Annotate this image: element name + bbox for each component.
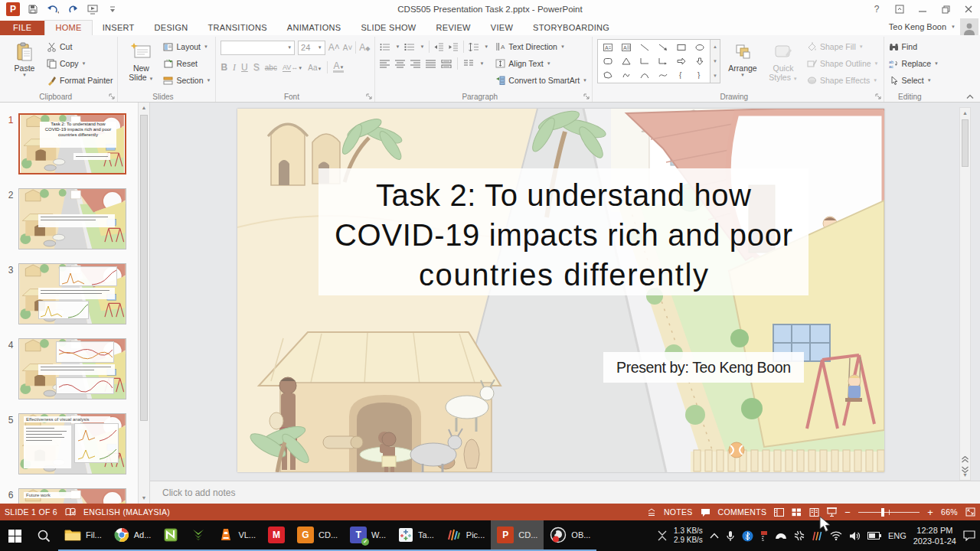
zoom-slider-thumb[interactable] <box>881 508 884 517</box>
restore-button[interactable] <box>934 0 957 18</box>
elbow-shape-icon[interactable] <box>640 57 649 65</box>
right-brace-shape-icon[interactable]: } <box>695 71 704 79</box>
taskbar-tableau[interactable]: Ta... <box>392 520 440 551</box>
thumbnail-scrollbar[interactable]: ▲ ▼ <box>138 103 149 504</box>
curve-shape-icon[interactable] <box>658 71 668 79</box>
shapes-gallery[interactable]: A A { } <box>597 39 710 83</box>
columns-icon[interactable] <box>463 60 474 68</box>
clock[interactable]: 12:28 PM 2023-01-24 <box>913 525 956 547</box>
quick-styles-button[interactable]: Quick Styles ▼ <box>765 39 802 90</box>
zoom-out-button[interactable]: − <box>844 507 851 518</box>
scrollbar-thumb[interactable] <box>140 115 148 421</box>
clear-formatting-icon[interactable]: A◆ <box>359 42 370 53</box>
tab-design[interactable]: DESIGN <box>145 21 198 35</box>
tray-x-icon[interactable] <box>658 530 667 541</box>
notes-toggle[interactable]: NOTES <box>664 507 693 517</box>
zoom-level[interactable]: 66% <box>941 507 958 517</box>
taskbar-powerpoint[interactable]: P CD... <box>491 520 544 551</box>
text-shadow-button[interactable]: S <box>253 62 260 73</box>
notes-toggle-icon[interactable] <box>647 508 656 517</box>
shape-effects-button[interactable]: Shape Effects▼ <box>807 73 879 88</box>
font-dialog-launcher-icon[interactable] <box>366 93 373 100</box>
fit-slide-to-window-icon[interactable] <box>965 507 975 517</box>
slide-thumbnail-3[interactable] <box>18 263 126 324</box>
arc-tray-icon[interactable] <box>775 532 787 540</box>
italic-button[interactable]: I <box>233 62 236 73</box>
justify-icon[interactable] <box>426 60 436 68</box>
decrease-indent-icon[interactable] <box>434 43 444 51</box>
scroll-up-icon[interactable]: ▲ <box>960 110 970 116</box>
taskbar-pdf-app[interactable]: G CD... <box>291 520 344 551</box>
bluetooth-icon[interactable] <box>742 530 753 542</box>
taskbar-vlc[interactable]: VL... <box>212 520 262 551</box>
taskbar-obs[interactable]: OB... <box>544 520 596 551</box>
convert-smartart-button[interactable]: Convert to SmartArt▼ <box>495 73 587 88</box>
increase-indent-icon[interactable] <box>449 43 459 51</box>
taskbar-file-explorer[interactable]: Fil... <box>58 520 108 551</box>
comments-toggle[interactable]: COMMENTS <box>718 507 767 517</box>
increase-font-icon[interactable]: A˄ <box>328 42 340 53</box>
next-slide-button[interactable] <box>961 466 969 473</box>
tab-slideshow[interactable]: SLIDE SHOW <box>351 21 426 35</box>
battery-icon[interactable] <box>867 532 881 540</box>
clipboard-dialog-launcher-icon[interactable] <box>109 93 116 100</box>
microphone-icon[interactable] <box>726 530 735 542</box>
select-button[interactable]: Select▼ <box>889 73 939 88</box>
redo-icon[interactable] <box>66 2 80 16</box>
previous-slide-button[interactable] <box>961 456 969 463</box>
triangle-shape-icon[interactable] <box>622 57 631 65</box>
rectangle-shape-icon[interactable] <box>677 44 686 51</box>
rounded-rectangle-shape-icon[interactable] <box>603 57 612 65</box>
slide-workspace[interactable]: Task 2: To understand how COVID-19 impac… <box>150 103 980 481</box>
align-right-icon[interactable] <box>410 60 420 68</box>
slide-thumbnail-2[interactable] <box>18 188 126 249</box>
text-box-shape-icon[interactable]: A <box>603 44 612 51</box>
paragraph-dialog-launcher-icon[interactable] <box>583 93 590 100</box>
distribute-icon[interactable] <box>441 60 452 68</box>
wifi-icon[interactable] <box>830 531 842 540</box>
tab-home[interactable]: HOME <box>44 20 92 35</box>
replace-button[interactable]: abac Replace▼ <box>889 56 939 71</box>
line-spacing-icon[interactable] <box>469 43 479 51</box>
text-direction-button[interactable]: A Text Direction▼ <box>495 39 587 54</box>
underline-button[interactable]: U <box>241 62 248 73</box>
slack-tray-icon[interactable] <box>794 530 805 541</box>
character-spacing-button[interactable]: AV↔▼ <box>283 64 302 71</box>
font-color-button[interactable]: A▼ <box>333 62 344 73</box>
cut-button[interactable]: Cut <box>47 39 113 54</box>
align-center-icon[interactable] <box>395 60 405 68</box>
slide-thumbnail-6[interactable]: Future work <box>18 488 126 504</box>
tab-insert[interactable]: INSERT <box>93 21 145 35</box>
align-left-icon[interactable] <box>380 60 390 68</box>
paste-button[interactable]: Paste ▼ <box>6 39 43 90</box>
taskbar-teams[interactable]: T✓ W... <box>344 520 392 551</box>
freeform-shape-icon[interactable] <box>603 71 612 79</box>
tab-view[interactable]: VIEW <box>481 21 523 35</box>
decrease-font-icon[interactable]: A˅ <box>343 44 353 52</box>
close-button[interactable] <box>957 0 980 18</box>
align-text-button[interactable]: Align Text▼ <box>495 56 587 71</box>
format-painter-button[interactable]: Format Painter <box>47 73 113 88</box>
slide-indicator[interactable]: SLIDE 1 OF 6 <box>5 507 57 517</box>
slide-thumbnail-5[interactable]: Effectiveness of visual analysis <box>18 413 126 474</box>
shapes-gallery-scroll[interactable]: ▲ ▼ ▼ <box>710 39 720 83</box>
right-arrow-shape-icon[interactable] <box>677 57 686 65</box>
bold-button[interactable]: B <box>220 62 227 73</box>
tab-review[interactable]: REVIEW <box>426 21 481 35</box>
avatar[interactable] <box>960 18 978 35</box>
start-from-beginning-icon[interactable] <box>86 2 100 16</box>
shape-outline-button[interactable]: Shape Outline▼ <box>807 56 879 71</box>
slide-title-textbox[interactable]: Task 2: To understand how COVID-19 impac… <box>237 109 884 472</box>
notes-pane[interactable]: Click to add notes <box>150 481 980 504</box>
scroll-down-icon[interactable]: ▼ <box>139 495 149 500</box>
slide-canvas[interactable]: Task 2: To understand how COVID-19 impac… <box>237 109 884 472</box>
slide-thumbnail-1[interactable]: Task 2: To understand how COVID-19 impac… <box>18 113 126 174</box>
input-language-indicator[interactable]: ENG <box>888 531 906 540</box>
reading-view-icon[interactable] <box>809 508 819 517</box>
reset-button[interactable]: Reset <box>163 56 211 71</box>
normal-view-icon[interactable] <box>774 508 784 517</box>
zoom-slider[interactable] <box>858 512 920 513</box>
snip-tray-icon[interactable] <box>760 530 768 541</box>
slide-sorter-view-icon[interactable] <box>792 508 802 517</box>
arc-shape-icon[interactable] <box>640 71 649 79</box>
